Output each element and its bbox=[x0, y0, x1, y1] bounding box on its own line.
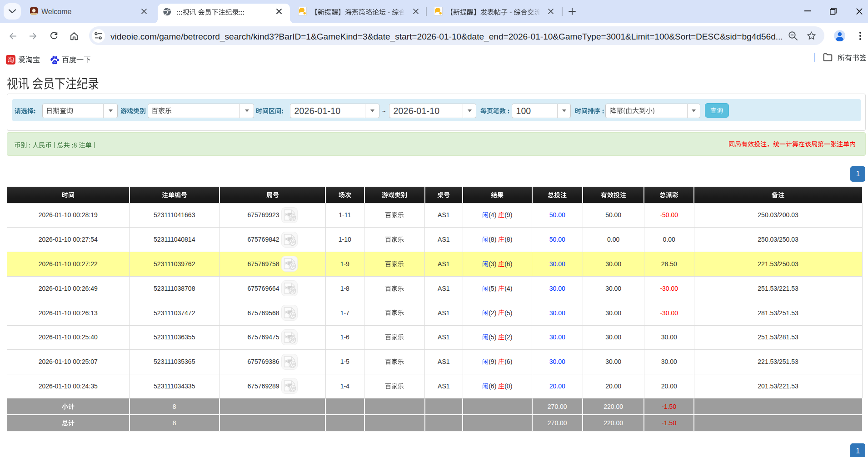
svg-text:du: du bbox=[54, 61, 56, 64]
